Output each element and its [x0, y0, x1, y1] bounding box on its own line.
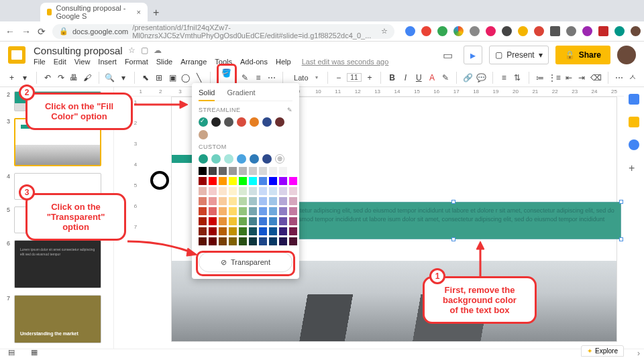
- reload-button[interactable]: ⟳: [38, 26, 46, 37]
- menu-insert[interactable]: Insert: [98, 58, 117, 66]
- color-swatch[interactable]: [269, 197, 277, 205]
- color-swatch[interactable]: [269, 217, 277, 225]
- more-button[interactable]: ⋯: [614, 72, 625, 84]
- ext-icon[interactable]: [502, 26, 512, 36]
- text-color-button[interactable]: A: [427, 72, 437, 84]
- decrease-indent-button[interactable]: ⇤: [564, 72, 574, 84]
- menu-addons[interactable]: Add-ons: [240, 58, 268, 66]
- ext-icon[interactable]: [405, 26, 415, 36]
- filmstrip-view-icon[interactable]: ▤: [8, 348, 15, 357]
- color-swatch[interactable]: [209, 167, 217, 175]
- google-slides-logo-icon[interactable]: [8, 46, 25, 64]
- color-swatch[interactable]: [229, 217, 237, 225]
- italic-button[interactable]: I: [400, 72, 411, 84]
- color-swatch[interactable]: [239, 177, 247, 185]
- color-swatch[interactable]: [199, 207, 207, 215]
- line-spacing-button[interactable]: ⇅: [513, 72, 523, 84]
- slideshow-button[interactable]: ▸: [464, 46, 482, 64]
- color-swatch[interactable]: [219, 197, 227, 205]
- color-swatch[interactable]: [250, 117, 259, 127]
- color-swatch[interactable]: [289, 207, 297, 215]
- color-swatch[interactable]: [199, 187, 207, 195]
- color-swatch[interactable]: [199, 154, 208, 164]
- color-swatch[interactable]: [224, 117, 233, 127]
- ext-icon[interactable]: [566, 26, 576, 36]
- highlight-button[interactable]: ✎: [440, 72, 450, 84]
- color-swatch[interactable]: [289, 217, 297, 225]
- color-swatch[interactable]: [199, 167, 207, 175]
- move-icon[interactable]: ▢: [141, 46, 148, 55]
- calendar-icon[interactable]: [629, 94, 639, 105]
- color-swatch[interactable]: [209, 227, 217, 235]
- clear-formatting-button[interactable]: ⌫: [590, 72, 602, 84]
- explore-button[interactable]: ✦ Explore: [581, 345, 624, 357]
- slide-thumb-6[interactable]: Lorem ipsum dolor sit amet consectetur a…: [14, 240, 101, 288]
- color-swatch[interactable]: [219, 217, 227, 225]
- color-swatch[interactable]: [239, 207, 247, 215]
- color-swatch[interactable]: [289, 187, 297, 195]
- color-swatch[interactable]: [199, 117, 208, 127]
- ext-icon[interactable]: [550, 26, 560, 36]
- color-swatch[interactable]: [229, 197, 237, 205]
- color-swatch[interactable]: [199, 177, 207, 185]
- account-avatar[interactable]: [617, 46, 636, 64]
- color-swatch[interactable]: [259, 237, 267, 245]
- close-tab-icon[interactable]: ×: [137, 8, 141, 16]
- color-swatch[interactable]: [249, 207, 257, 215]
- color-swatch[interactable]: [229, 227, 237, 235]
- color-swatch[interactable]: [229, 207, 237, 215]
- chevron-down-icon[interactable]: ▾: [20, 72, 30, 84]
- bookmark-star-icon[interactable]: ☆: [381, 27, 388, 36]
- color-swatch[interactable]: [269, 187, 277, 195]
- color-swatch[interactable]: [249, 167, 257, 175]
- ext-icon[interactable]: [598, 26, 608, 36]
- color-swatch[interactable]: [219, 187, 227, 195]
- back-button[interactable]: ←: [5, 26, 15, 37]
- bold-button[interactable]: B: [387, 72, 397, 84]
- color-swatch[interactable]: [239, 237, 247, 245]
- color-swatch[interactable]: [199, 227, 207, 235]
- color-swatch[interactable]: [199, 130, 208, 139]
- color-swatch[interactable]: [279, 177, 287, 185]
- color-swatch[interactable]: [275, 117, 284, 127]
- new-tab-button[interactable]: +: [153, 7, 159, 19]
- keep-icon[interactable]: [629, 117, 639, 127]
- print-button[interactable]: 🖶: [69, 72, 79, 84]
- color-swatch[interactable]: [219, 227, 227, 235]
- color-swatch[interactable]: [279, 227, 287, 235]
- font-size-decrease[interactable]: −: [333, 72, 343, 84]
- color-swatch[interactable]: [209, 177, 217, 185]
- color-swatch[interactable]: [224, 154, 233, 164]
- color-swatch[interactable]: [209, 237, 217, 245]
- tab-solid[interactable]: Solid: [199, 88, 215, 101]
- color-swatch[interactable]: [219, 167, 227, 175]
- color-swatch[interactable]: [289, 227, 297, 235]
- color-swatch[interactable]: [289, 197, 297, 205]
- color-swatch[interactable]: [211, 154, 221, 164]
- increase-indent-button[interactable]: ⇥: [577, 72, 587, 84]
- address-bar[interactable]: 🔒 docs.google.com /presentation/d/1fniI2…: [52, 24, 394, 39]
- color-swatch[interactable]: [209, 197, 217, 205]
- shape-tool-button[interactable]: ◯: [180, 72, 191, 84]
- comment-button[interactable]: 💬: [476, 72, 486, 84]
- color-swatch[interactable]: [219, 237, 227, 245]
- color-swatch[interactable]: [289, 237, 297, 245]
- forward-button[interactable]: →: [21, 26, 31, 37]
- bulleted-list-button[interactable]: ⋮≡: [548, 72, 560, 84]
- zoom-button[interactable]: 🔍: [105, 72, 115, 84]
- color-swatch[interactable]: [219, 207, 227, 215]
- ext-icon[interactable]: [437, 26, 447, 36]
- color-swatch[interactable]: [209, 217, 217, 225]
- color-swatch[interactable]: [279, 167, 287, 175]
- line-tool-button[interactable]: ╲: [194, 72, 204, 84]
- ext-icon[interactable]: [582, 26, 592, 36]
- color-swatch[interactable]: [239, 167, 247, 175]
- color-swatch[interactable]: [262, 117, 272, 127]
- color-swatch[interactable]: [269, 207, 277, 215]
- color-swatch[interactable]: [259, 227, 267, 235]
- menu-slide[interactable]: Slide: [156, 58, 172, 66]
- color-swatch[interactable]: [229, 187, 237, 195]
- color-swatch[interactable]: [269, 237, 277, 245]
- color-swatch[interactable]: [229, 167, 237, 175]
- font-size-increase[interactable]: +: [365, 72, 375, 84]
